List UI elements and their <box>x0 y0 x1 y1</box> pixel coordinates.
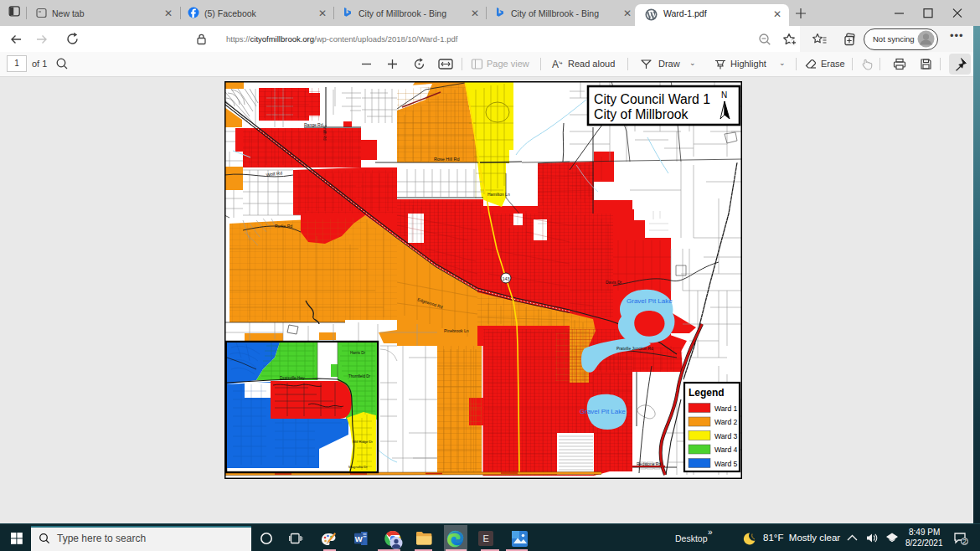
svg-text:Gravel Pit Lake: Gravel Pit Lake <box>580 408 626 415</box>
svg-text:Redstone Rd: Redstone Rd <box>637 461 661 466</box>
svg-text:Thornfield Dr: Thornfield Dr <box>348 374 371 378</box>
svg-text:Harris Dr: Harris Dr <box>350 351 365 355</box>
svg-text:City Council Ward 1: City Council Ward 1 <box>594 92 710 106</box>
svg-text:Magnolia Dr: Magnolia Dr <box>348 465 368 469</box>
svg-text:Ward 4: Ward 4 <box>714 445 738 454</box>
svg-text:City of Millbrook: City of Millbrook <box>594 107 688 121</box>
svg-text:Smith Rd: Smith Rd <box>322 125 327 141</box>
svg-text:Mill Ridge Dr: Mill Ridge Dr <box>353 440 374 444</box>
svg-text:Davis Dr: Davis Dr <box>606 280 622 285</box>
svg-text:Legend: Legend <box>689 387 725 399</box>
svg-text:Hamilton Ln: Hamilton Ln <box>487 192 510 197</box>
svg-text:Pinebrook Ln: Pinebrook Ln <box>444 328 469 333</box>
svg-text:Deatsville Hwy: Deatsville Hwy <box>280 376 305 380</box>
svg-text:143: 143 <box>502 276 509 281</box>
svg-text:Ward 1: Ward 1 <box>714 404 738 413</box>
svg-text:Gravel Pit Lake: Gravel Pit Lake <box>627 297 673 305</box>
svg-text:2: 2 <box>962 538 966 545</box>
svg-text:Range Rd: Range Rd <box>304 122 323 127</box>
svg-text:Ward 3: Ward 3 <box>714 432 738 440</box>
svg-text:Rose Hill Rd: Rose Hill Rd <box>434 157 460 162</box>
svg-text:Pratville Junction Rd: Pratville Junction Rd <box>616 347 653 351</box>
svg-text:N: N <box>721 90 727 100</box>
svg-text:Ward 5: Ward 5 <box>714 460 738 468</box>
svg-text:Ward 2: Ward 2 <box>714 418 738 426</box>
svg-text:W: W <box>355 534 363 543</box>
svg-text:Rurke Rd: Rurke Rd <box>275 224 292 229</box>
